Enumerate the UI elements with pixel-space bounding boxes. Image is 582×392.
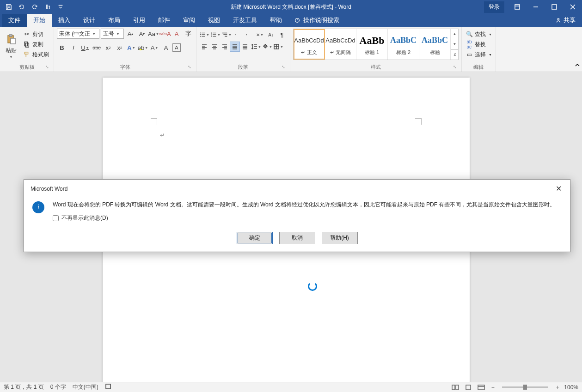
status-macro-icon[interactable] xyxy=(105,383,111,391)
status-bar: 第 1 页，共 1 页 0 个字 中文(中国) − + 100% xyxy=(0,382,582,392)
help-button[interactable]: 帮助(H) xyxy=(322,232,358,244)
status-language[interactable]: 中文(中国) xyxy=(73,383,98,391)
web-layout-icon[interactable] xyxy=(476,383,486,392)
dialog-titlebar: Microsoft Word ✕ xyxy=(24,180,570,198)
dont-show-checkbox[interactable]: 不再显示此消息(D) xyxy=(53,214,562,223)
zoom-out-icon[interactable]: − xyxy=(489,384,496,391)
zoom-level[interactable]: 100% xyxy=(564,384,578,391)
dont-show-input[interactable] xyxy=(53,215,59,221)
ok-button[interactable]: 确定 xyxy=(237,232,273,244)
cancel-button[interactable]: 取消 xyxy=(279,232,315,244)
status-words[interactable]: 0 个字 xyxy=(50,383,66,391)
dialog-message: Word 现在会将您的 PDF 转换为可编辑的 Word 文档。这可能需要一段时… xyxy=(53,200,562,209)
svg-rect-16 xyxy=(106,384,110,389)
dialog-close-icon[interactable]: ✕ xyxy=(554,184,564,193)
dialog-title-text: Microsoft Word xyxy=(31,186,67,192)
dialog-backdrop: Microsoft Word ✕ i Word 现在会将您的 PDF 转换为可编… xyxy=(0,0,582,392)
pdf-convert-dialog: Microsoft Word ✕ i Word 现在会将您的 PDF 转换为可编… xyxy=(24,179,570,252)
svg-rect-17 xyxy=(466,385,471,390)
status-page[interactable]: 第 1 页，共 1 页 xyxy=(4,383,44,391)
zoom-in-icon[interactable]: + xyxy=(554,384,561,391)
svg-rect-18 xyxy=(478,385,484,390)
zoom-slider[interactable] xyxy=(502,386,548,388)
info-icon: i xyxy=(32,201,44,213)
print-layout-icon[interactable] xyxy=(463,383,473,392)
dont-show-label: 不再显示此消息(D) xyxy=(61,214,108,223)
read-mode-icon[interactable] xyxy=(450,383,460,392)
